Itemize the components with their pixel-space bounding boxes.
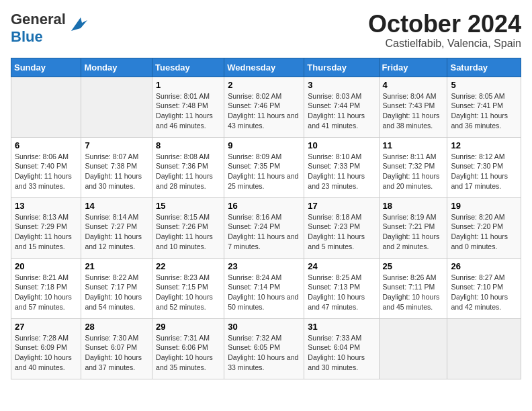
day-info: Sunrise: 7:32 AM Sunset: 6:05 PM Dayligh… <box>228 333 300 373</box>
svg-marker-0 <box>71 17 87 31</box>
day-info: Sunrise: 8:25 AM Sunset: 7:13 PM Dayligh… <box>308 273 375 312</box>
day-info: Sunrise: 8:27 AM Sunset: 7:10 PM Dayligh… <box>451 273 517 312</box>
day-info: Sunrise: 8:10 AM Sunset: 7:33 PM Dayligh… <box>308 152 375 191</box>
calendar-day-cell: 29Sunrise: 7:31 AM Sunset: 6:06 PM Dayli… <box>152 318 224 379</box>
calendar-day-cell: 30Sunrise: 7:32 AM Sunset: 6:05 PM Dayli… <box>224 318 304 379</box>
calendar-week-row: 27Sunrise: 7:28 AM Sunset: 6:09 PM Dayli… <box>11 318 521 379</box>
day-info: Sunrise: 8:24 AM Sunset: 7:14 PM Dayligh… <box>228 273 300 312</box>
day-number: 27 <box>15 322 77 332</box>
day-number: 17 <box>308 201 375 211</box>
calendar-day-cell: 14Sunrise: 8:14 AM Sunset: 7:27 PM Dayli… <box>81 197 152 258</box>
day-number: 11 <box>383 140 444 150</box>
calendar-day-cell: 12Sunrise: 8:12 AM Sunset: 7:30 PM Dayli… <box>447 137 521 197</box>
calendar-day-cell: 8Sunrise: 8:08 AM Sunset: 7:36 PM Daylig… <box>152 137 224 197</box>
calendar-day-cell: 23Sunrise: 8:24 AM Sunset: 7:14 PM Dayli… <box>224 258 304 318</box>
day-number: 5 <box>451 80 517 90</box>
day-info: Sunrise: 8:22 AM Sunset: 7:17 PM Dayligh… <box>85 273 148 312</box>
calendar-day-cell: 21Sunrise: 8:22 AM Sunset: 7:17 PM Dayli… <box>81 258 152 318</box>
calendar-week-row: 6Sunrise: 8:06 AM Sunset: 7:40 PM Daylig… <box>11 137 521 197</box>
calendar-week-row: 1Sunrise: 8:01 AM Sunset: 7:48 PM Daylig… <box>11 77 521 137</box>
day-info: Sunrise: 8:01 AM Sunset: 7:48 PM Dayligh… <box>156 91 220 131</box>
logo-text: General Blue <box>11 11 66 46</box>
page-title: October 2024 <box>368 11 521 38</box>
calendar-weekday-friday: Friday <box>379 58 447 77</box>
day-number: 28 <box>85 322 148 332</box>
day-number: 10 <box>308 140 375 150</box>
calendar-day-cell: 11Sunrise: 8:11 AM Sunset: 7:32 PM Dayli… <box>379 137 447 197</box>
calendar-day-cell: 4Sunrise: 8:04 AM Sunset: 7:43 PM Daylig… <box>379 77 447 137</box>
page-header: General Blue October 2024 Castielfabib, … <box>11 11 521 50</box>
day-number: 24 <box>308 261 375 271</box>
day-info: Sunrise: 8:06 AM Sunset: 7:40 PM Dayligh… <box>15 152 77 191</box>
day-number: 13 <box>15 201 77 211</box>
calendar-weekday-tuesday: Tuesday <box>152 58 224 77</box>
day-number: 8 <box>156 140 220 150</box>
day-info: Sunrise: 8:13 AM Sunset: 7:29 PM Dayligh… <box>15 212 77 252</box>
day-info: Sunrise: 8:21 AM Sunset: 7:18 PM Dayligh… <box>15 273 77 312</box>
calendar-day-cell: 5Sunrise: 8:05 AM Sunset: 7:41 PM Daylig… <box>447 77 521 137</box>
calendar-day-cell <box>81 77 152 137</box>
page-subtitle: Castielfabib, Valencia, Spain <box>368 38 521 50</box>
calendar-day-cell: 26Sunrise: 8:27 AM Sunset: 7:10 PM Dayli… <box>447 258 521 318</box>
calendar-day-cell <box>379 318 447 379</box>
calendar-day-cell: 16Sunrise: 8:16 AM Sunset: 7:24 PM Dayli… <box>224 197 304 258</box>
calendar-day-cell: 6Sunrise: 8:06 AM Sunset: 7:40 PM Daylig… <box>11 137 81 197</box>
day-number: 2 <box>228 80 300 90</box>
day-info: Sunrise: 7:31 AM Sunset: 6:06 PM Dayligh… <box>156 333 220 373</box>
day-info: Sunrise: 8:02 AM Sunset: 7:46 PM Dayligh… <box>228 91 300 131</box>
day-info: Sunrise: 8:07 AM Sunset: 7:38 PM Dayligh… <box>85 152 148 191</box>
day-number: 3 <box>308 80 375 90</box>
day-info: Sunrise: 8:11 AM Sunset: 7:32 PM Dayligh… <box>383 152 444 191</box>
calendar-day-cell: 17Sunrise: 8:18 AM Sunset: 7:23 PM Dayli… <box>304 197 379 258</box>
logo-bird-icon <box>67 15 87 35</box>
calendar-day-cell: 28Sunrise: 7:30 AM Sunset: 6:07 PM Dayli… <box>81 318 152 379</box>
day-number: 4 <box>383 80 444 90</box>
day-info: Sunrise: 8:03 AM Sunset: 7:44 PM Dayligh… <box>308 91 375 131</box>
day-number: 25 <box>383 261 444 271</box>
calendar-day-cell: 31Sunrise: 7:33 AM Sunset: 6:04 PM Dayli… <box>304 318 379 379</box>
day-info: Sunrise: 7:30 AM Sunset: 6:07 PM Dayligh… <box>85 333 148 373</box>
day-number: 19 <box>451 201 517 211</box>
calendar-header-row: SundayMondayTuesdayWednesdayThursdayFrid… <box>11 58 521 77</box>
calendar-day-cell: 24Sunrise: 8:25 AM Sunset: 7:13 PM Dayli… <box>304 258 379 318</box>
calendar-weekday-sunday: Sunday <box>11 58 81 77</box>
calendar-day-cell: 20Sunrise: 8:21 AM Sunset: 7:18 PM Dayli… <box>11 258 81 318</box>
day-number: 16 <box>228 201 300 211</box>
calendar-day-cell: 13Sunrise: 8:13 AM Sunset: 7:29 PM Dayli… <box>11 197 81 258</box>
calendar-table: SundayMondayTuesdayWednesdayThursdayFrid… <box>11 58 521 379</box>
calendar-body: 1Sunrise: 8:01 AM Sunset: 7:48 PM Daylig… <box>11 77 521 379</box>
calendar-day-cell: 1Sunrise: 8:01 AM Sunset: 7:48 PM Daylig… <box>152 77 224 137</box>
day-info: Sunrise: 8:19 AM Sunset: 7:21 PM Dayligh… <box>383 212 444 252</box>
calendar-weekday-thursday: Thursday <box>304 58 379 77</box>
day-number: 30 <box>228 322 300 332</box>
day-number: 20 <box>15 261 77 271</box>
calendar-weekday-monday: Monday <box>81 58 152 77</box>
calendar-weekday-saturday: Saturday <box>447 58 521 77</box>
day-number: 31 <box>308 322 375 332</box>
day-info: Sunrise: 8:16 AM Sunset: 7:24 PM Dayligh… <box>228 212 300 252</box>
calendar-day-cell: 15Sunrise: 8:15 AM Sunset: 7:26 PM Dayli… <box>152 197 224 258</box>
day-info: Sunrise: 8:12 AM Sunset: 7:30 PM Dayligh… <box>451 152 517 191</box>
day-number: 14 <box>85 201 148 211</box>
day-number: 22 <box>156 261 220 271</box>
calendar-day-cell <box>447 318 521 379</box>
day-info: Sunrise: 8:26 AM Sunset: 7:11 PM Dayligh… <box>383 273 444 312</box>
day-info: Sunrise: 8:20 AM Sunset: 7:20 PM Dayligh… <box>451 212 517 252</box>
day-info: Sunrise: 8:14 AM Sunset: 7:27 PM Dayligh… <box>85 212 148 252</box>
calendar-day-cell <box>11 77 81 137</box>
day-info: Sunrise: 8:23 AM Sunset: 7:15 PM Dayligh… <box>156 273 220 312</box>
day-info: Sunrise: 8:04 AM Sunset: 7:43 PM Dayligh… <box>383 91 444 131</box>
day-number: 29 <box>156 322 220 332</box>
calendar-day-cell: 22Sunrise: 8:23 AM Sunset: 7:15 PM Dayli… <box>152 258 224 318</box>
calendar-day-cell: 18Sunrise: 8:19 AM Sunset: 7:21 PM Dayli… <box>379 197 447 258</box>
calendar-header: SundayMondayTuesdayWednesdayThursdayFrid… <box>11 58 521 77</box>
day-number: 9 <box>228 140 300 150</box>
day-info: Sunrise: 8:08 AM Sunset: 7:36 PM Dayligh… <box>156 152 220 191</box>
title-block: October 2024 Castielfabib, Valencia, Spa… <box>368 11 521 50</box>
day-number: 21 <box>85 261 148 271</box>
calendar-day-cell: 27Sunrise: 7:28 AM Sunset: 6:09 PM Dayli… <box>11 318 81 379</box>
day-info: Sunrise: 8:09 AM Sunset: 7:35 PM Dayligh… <box>228 152 300 191</box>
day-number: 15 <box>156 201 220 211</box>
day-info: Sunrise: 8:18 AM Sunset: 7:23 PM Dayligh… <box>308 212 375 252</box>
day-number: 1 <box>156 80 220 90</box>
